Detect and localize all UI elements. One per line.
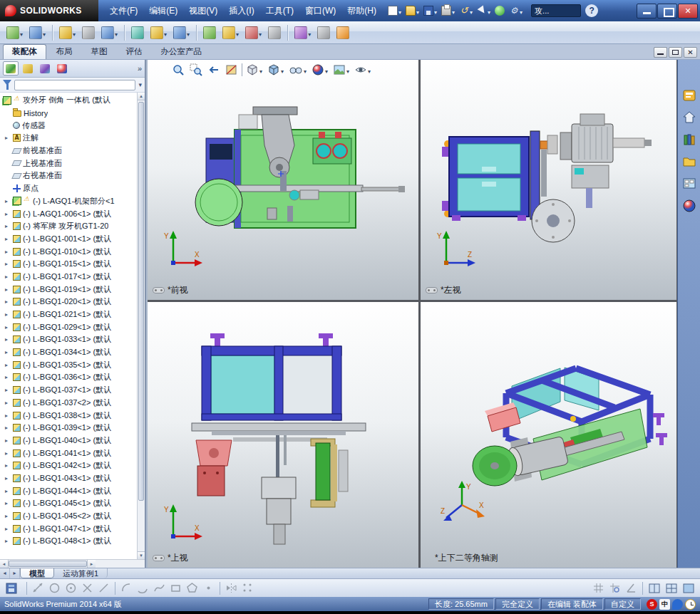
tab-scroll-left-icon[interactable]: ◂ — [0, 568, 10, 578]
tree-item-component[interactable]: (-) L-BGQ1-037<2> (默认 — [0, 397, 145, 410]
document-restore-button[interactable] — [669, 47, 682, 58]
file-explorer-button[interactable] — [681, 153, 698, 170]
tree-horizontal-scrollbar[interactable]: ◂ ▸ — [0, 559, 145, 568]
tree-item-component[interactable]: (-) L-BGQ1-015<1> (默认 — [0, 258, 145, 271]
edit-appearance-button[interactable] — [310, 62, 329, 78]
tree-item-component[interactable]: (-) L-BGQ1-033<1> (默认 — [0, 333, 145, 346]
custom-status-button[interactable]: 自定义 — [604, 598, 641, 610]
dropdown-icon[interactable] — [416, 4, 419, 17]
tab-scroll-right-icon[interactable]: ▸ — [10, 568, 20, 578]
tree-item-annotations[interactable]: 注解 — [0, 132, 145, 145]
apply-scene-button[interactable] — [331, 62, 351, 78]
tree-item-component[interactable]: (-) L-BGQ1-010<1> (默认 — [0, 245, 145, 258]
tree-item-component[interactable]: (-) L-BGQ1-037<1> (默认 — [0, 384, 145, 397]
menu-view[interactable]: 视图(V) — [183, 0, 223, 21]
tab-sketch[interactable]: 草图 — [83, 45, 116, 59]
view-orientation-button[interactable] — [245, 62, 264, 78]
tree-item-component[interactable]: (-) L-BGQ1-017<1> (默认 — [0, 271, 145, 283]
clock-icon[interactable] — [685, 599, 696, 610]
view-indicator-icon[interactable] — [426, 287, 438, 293]
viewport-horizontal-splitter[interactable] — [148, 300, 676, 302]
scrollbar-thumb[interactable] — [9, 561, 87, 567]
dropdown-icon[interactable] — [18, 582, 21, 595]
dropdown-icon[interactable] — [346, 63, 349, 76]
maximize-button[interactable] — [657, 4, 677, 19]
previous-view-button[interactable] — [206, 62, 222, 78]
tree-item-component[interactable]: (-) L-BGQ1-029<1> (默认 — [0, 321, 145, 333]
view-settings-button[interactable] — [353, 62, 372, 78]
dropdown-icon[interactable] — [19, 26, 23, 39]
zoom-area-button[interactable] — [188, 62, 204, 78]
large-design-review-button[interactable] — [334, 24, 351, 42]
minimize-button[interactable] — [637, 4, 657, 19]
scrollbar-track[interactable] — [96, 560, 145, 568]
filter-input[interactable] — [14, 80, 135, 90]
dropdown-icon[interactable] — [258, 26, 262, 39]
undo-button[interactable] — [458, 3, 474, 19]
tree-item-component[interactable]: (-) L-BGQ1-044<1> (默认 — [0, 484, 145, 497]
view-indicator-icon[interactable] — [153, 287, 165, 293]
home-button[interactable] — [681, 109, 698, 126]
tree-item-component[interactable]: (-) L-BGQ1-019<1> (默认 — [0, 283, 145, 296]
tab-motion-study-1[interactable]: 运动算例1 — [54, 568, 108, 578]
linear-sketch-pattern-button[interactable] — [240, 581, 255, 596]
tree-item-component[interactable]: (-) L-BGQ1-042<1> (默认 — [0, 459, 145, 472]
save-button[interactable] — [422, 3, 438, 19]
insert-components-button[interactable] — [4, 24, 25, 42]
print-button[interactable] — [440, 3, 456, 19]
featuremanager-tab[interactable] — [3, 61, 19, 76]
tree-item-sensors[interactable]: 传感器 — [0, 119, 145, 132]
solidworks-resources-button[interactable] — [681, 87, 698, 104]
tree-item-root[interactable]: 攻外牙 倒角 一体机 (默认 — [0, 94, 145, 107]
tree-item-right-plane[interactable]: 右视基准面 — [0, 170, 145, 182]
filter-dropdown-icon[interactable]: ▾ — [138, 81, 142, 88]
ime-language-icon[interactable]: 中 — [659, 599, 670, 610]
trim-entities-button[interactable] — [80, 581, 95, 596]
tree-item-component[interactable]: (-) 将军牌 攻牙机GT1-20 — [0, 220, 145, 233]
linear-component-pattern-button[interactable] — [57, 24, 78, 42]
scroll-left-icon[interactable]: ◂ — [0, 560, 9, 568]
menu-window[interactable]: 窗口(W) — [299, 0, 341, 21]
tree-item-component[interactable]: (-) L-BGQ1-040<1> (默认 — [0, 435, 145, 447]
tab-model[interactable]: 模型 — [20, 568, 54, 578]
dropdown-icon[interactable] — [280, 63, 284, 76]
dropdown-icon[interactable] — [259, 63, 262, 76]
scroll-down-icon[interactable]: ▼ — [138, 551, 145, 559]
tree-item-component[interactable]: (-) L-BGQ1-036<1> (默认 — [0, 371, 145, 384]
design-library-button[interactable] — [681, 131, 698, 148]
tree-item-component[interactable]: (-) L-BGQ1-047<1> (默认 — [0, 522, 145, 535]
section-pane-button[interactable] — [647, 581, 662, 596]
solidworks-tray-icon[interactable]: S — [647, 599, 657, 610]
appearances-scenes-button[interactable] — [681, 197, 698, 214]
help-button[interactable]: ? — [585, 4, 598, 17]
tree-item-top-plane[interactable]: 上视基准面 — [0, 157, 145, 170]
tab-evaluate[interactable]: 评估 — [118, 45, 151, 59]
polygon-tool-button[interactable] — [185, 581, 200, 596]
bill-of-materials-button[interactable] — [220, 24, 241, 42]
display-style-button[interactable] — [266, 62, 285, 78]
tree-item-component[interactable]: (-) L-BGQ1-048<1> (默认 — [0, 535, 145, 548]
sketch-relations-button[interactable] — [624, 581, 639, 596]
tree-item-component[interactable]: (-) L-BGQ1-045<2> (默认 — [0, 510, 145, 523]
dropdown-icon[interactable] — [163, 26, 167, 39]
tree-item-component[interactable]: (-) L-BGQ1-038<1> (默认 — [0, 409, 145, 422]
measure-button[interactable] — [315, 24, 332, 42]
dropdown-icon[interactable] — [469, 4, 473, 17]
tab-assembly[interactable]: 装配体 — [3, 44, 46, 59]
select-button[interactable] — [475, 3, 492, 19]
dropdown-icon[interactable] — [303, 63, 307, 76]
search-input[interactable] — [531, 4, 581, 17]
tab-office-products[interactable]: 办公室产品 — [153, 45, 211, 59]
menu-edit[interactable]: 编辑(E) — [143, 0, 183, 21]
tree-item-origin[interactable]: 原点 — [0, 182, 145, 195]
viewport-pane-front[interactable]: Y X *前视 — [148, 60, 418, 300]
tab-layout[interactable]: 布局 — [48, 45, 81, 59]
tree-item-component[interactable]: (-) L-BGQ1-020<1> (默认 — [0, 296, 145, 308]
viewport-pane-isometric[interactable]: Y Z X *上下二等角轴测 — [421, 302, 676, 568]
tree-item-component[interactable]: (-) L-BGQ1-041<1> (默认 — [0, 447, 145, 459]
exploded-view-button[interactable] — [243, 24, 264, 42]
scroll-up-icon[interactable]: ▲ — [138, 93, 145, 100]
comment-bubble-icon[interactable] — [672, 599, 683, 610]
dropdown-icon[interactable] — [186, 26, 190, 39]
dropdown-icon[interactable] — [42, 26, 46, 39]
